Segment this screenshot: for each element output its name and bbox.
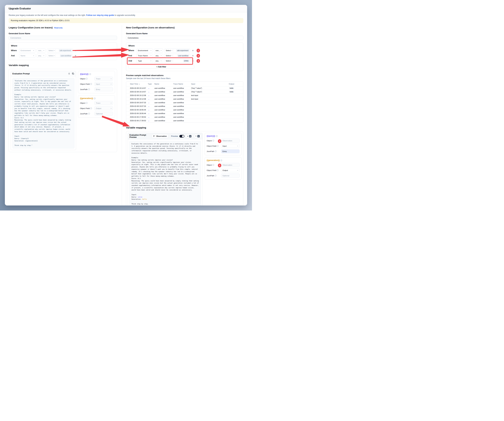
table-row[interactable]: 2026-02-06 17:39:53↔user-workflowuser-wo… — [126, 119, 243, 122]
table-row[interactable]: 2026-02-08 19:12:08↔user-workflowuser-wo… — [126, 94, 243, 97]
chevron-down-icon — [54, 55, 55, 56]
filter-operator-select[interactable]: any.. — [154, 54, 163, 58]
chevron-down-icon — [150, 55, 151, 56]
observation-selector-button[interactable]: Observation — [152, 134, 168, 138]
filter-connector-label: And — [128, 60, 135, 62]
copy-icon[interactable] — [72, 72, 74, 75]
chevron-down-icon — [111, 108, 112, 109]
list-tree-icon — [153, 135, 155, 137]
preview-observations-title: Preview sample matched observations — [126, 74, 243, 77]
collapse-icon[interactable] — [68, 72, 71, 75]
filter-column-select[interactable]: Type — [137, 59, 153, 63]
jsonpath-input: Optional — [95, 112, 113, 116]
column-header-trace-name[interactable]: Trace Name — [172, 83, 190, 85]
info-icon — [89, 73, 91, 75]
table-row[interactable]: 2026-02-08 19:14:57↔user-workflowuser-wo… — [126, 90, 243, 94]
column-header-name[interactable]: Name — [153, 83, 172, 85]
table-row[interactable]: 2026-02-08 19:07:33↔user-workflowuser-wo… — [126, 101, 243, 104]
new-where-card: Where Where Environment non... Selectsdk… — [126, 42, 243, 71]
filter-column-select: Environment — [19, 48, 36, 53]
step-by-step-guide-link[interactable]: Follow our step-by-step guide — [86, 14, 114, 16]
prompt-preview-title: Evaluation Prompt Preview — [129, 134, 150, 138]
filter-column-select[interactable]: Trace Name — [137, 54, 153, 58]
add-filter-button[interactable]: + Add filter — [128, 65, 194, 69]
legacy-where-card: Where Where Environment non... Selectsdk… — [9, 42, 117, 60]
next-observation-button[interactable]: J — [194, 134, 201, 138]
filter-value-select[interactable]: Selectuser-workflow — [164, 54, 190, 58]
legacy-filter-row: Where Environment non... Selectsdk-exper… — [11, 48, 77, 53]
prompt-preview-text: Evaluate the conciseness of the generati… — [129, 141, 201, 206]
filter-operator-select: non... — [37, 48, 46, 53]
column-header-output[interactable]: Output — [227, 83, 243, 85]
table-row[interactable]: 2026-02-06 17:39:53↔user-workflowuser-wo… — [126, 115, 243, 119]
chevron-down-icon — [54, 50, 55, 51]
remove-filter-button[interactable] — [192, 50, 194, 52]
chevron-down-icon — [171, 50, 172, 51]
chevron-down-icon — [161, 55, 162, 56]
chevron-down-icon — [150, 50, 151, 51]
filter-operator-select[interactable]: any.. — [154, 59, 163, 63]
table-row[interactable]: 2026-02-08 19:14:57↔user-workflowuser-wo… — [126, 86, 243, 90]
column-header-type[interactable]: Type — [146, 83, 153, 85]
span-type-icon: ↔ — [146, 98, 153, 100]
new-section-title: New Configuration (runs on observations) — [126, 26, 175, 29]
filter-operator-select[interactable]: non... — [154, 48, 163, 53]
table-row[interactable]: 2026-02-08 19:12:08↔user-workflowuser-wo… — [126, 97, 243, 101]
chevron-down-icon — [161, 50, 162, 51]
legacy-filter-row: And Name any.. Selectuser-workflow — [11, 54, 77, 58]
object-field-select: Output — [95, 106, 113, 110]
new-score-name-input[interactable] — [126, 36, 243, 40]
divider — [173, 54, 173, 57]
table-row[interactable]: 2026-02-06 18:06:44↔user-workflowuser-wo… — [126, 112, 243, 115]
jsonpath-input[interactable]: $.key — [221, 149, 240, 153]
info-icon — [216, 135, 218, 137]
span-type-icon: ↔ — [146, 109, 153, 111]
column-header-start-time[interactable]: Start Time▼ — [126, 83, 146, 85]
filter-value-chip: user-workflow — [60, 54, 72, 57]
span-type-icon: ↔ — [146, 112, 153, 114]
two-column-layout: Legacy Configuration (runs on traces) Re… — [5, 23, 247, 206]
chevron-down-icon — [111, 103, 112, 104]
chevron-down-icon — [171, 61, 172, 62]
remove-filter-button[interactable] — [192, 55, 194, 57]
filter-value-chip: sdk-experiment — [59, 49, 72, 52]
sort-descending-icon: ▼ — [139, 84, 140, 85]
previous-observation-button[interactable]: K — [186, 134, 193, 138]
filter-value-select[interactable]: Selectsdk-experiment — [164, 48, 190, 53]
remove-filter-button[interactable] — [192, 60, 194, 62]
preview-observations-subtitle: Sample over the last 24 hours that match… — [126, 77, 243, 80]
table-row[interactable]: 2026-02-08 19:07:33↔user-workflowuser-wo… — [126, 104, 243, 108]
column-header-input[interactable]: Input — [190, 83, 227, 85]
filter-operator-select: any.. — [37, 54, 46, 58]
object-select: Trace — [95, 101, 113, 105]
chevron-down-icon — [111, 84, 112, 85]
upgrade-evaluator-dialog: Upgrade Evaluator Review your legacy eva… — [5, 5, 247, 206]
info-icon — [217, 169, 219, 171]
annotation-badge-5: 5 — [218, 164, 221, 167]
object-field-select[interactable]: Input — [221, 144, 240, 148]
preview-toggle[interactable] — [179, 135, 184, 137]
chevron-down-icon — [33, 55, 34, 56]
new-where-heading: Where — [128, 45, 241, 47]
new-mapping-panels: 4 {{query}} ObjectObservation Object Fie… — [205, 133, 242, 206]
divider — [55, 54, 56, 57]
new-variable-mapping-title: Variable mapping — [126, 126, 243, 129]
jsonpath-input: $.key — [95, 87, 113, 91]
legacy-where-heading: Where — [11, 45, 115, 47]
table-row[interactable]: 2026-02-06 18:06:44↔user-workflowuser-wo… — [126, 108, 243, 112]
filter-column-select: Name — [19, 54, 36, 58]
info-icon — [90, 83, 92, 85]
filter-value-select[interactable]: SelectSPAN — [164, 59, 190, 63]
jsonpath-input[interactable]: Optional — [221, 174, 240, 178]
sdk-requirement-banner: Running evaluators requires JS SDK ≥ 4.0… — [9, 18, 243, 23]
readonly-badge: Read-only — [54, 27, 63, 29]
new-filter-row-2: And Trace Name any.. Selectuser-workflow… — [128, 54, 194, 58]
span-type-icon: ↔ — [146, 119, 153, 122]
info-icon — [90, 107, 92, 109]
output-chip: hello — [229, 87, 234, 89]
filter-column-select[interactable]: Environment — [137, 48, 153, 53]
chevron-up-icon — [187, 135, 188, 136]
object-field-select[interactable]: Output — [221, 168, 240, 172]
filter-connector-label: Where — [128, 49, 135, 52]
new-filter-list: Where Environment non... Selectsdk-exper… — [128, 48, 194, 63]
